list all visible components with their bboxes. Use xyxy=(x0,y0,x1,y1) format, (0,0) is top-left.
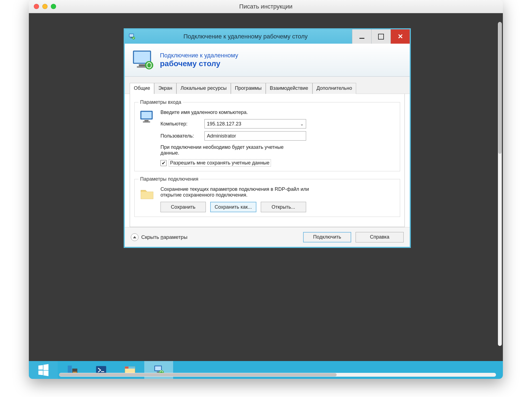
connection-settings-group: Параметры подключения Сохранение текущих… xyxy=(134,176,400,217)
login-intro-text: Введите имя удаленного компьютера. xyxy=(160,110,396,115)
rdp-header-banner: Подключение к удаленному рабочему столу xyxy=(125,44,410,77)
rdp-header-line1: Подключение к удаленному xyxy=(160,52,238,59)
save-as-button[interactable]: Сохранить как... xyxy=(210,202,256,212)
rdp-header-line2: рабочему столу xyxy=(160,59,238,68)
mac-titlebar[interactable]: Писать инструкции xyxy=(29,0,503,13)
svg-rect-1 xyxy=(129,34,133,37)
save-button[interactable]: Сохранить xyxy=(160,202,206,212)
user-value: Administrator xyxy=(207,133,236,139)
credentials-note: При подключении необходимо будет указать… xyxy=(160,144,303,156)
mac-vertical-scrollbar[interactable] xyxy=(498,22,502,346)
chevron-down-icon: ⌄ xyxy=(300,121,304,127)
help-button[interactable]: Справка xyxy=(356,232,404,242)
mac-close-button[interactable] xyxy=(34,4,39,9)
computer-value: 195.128.127.23 xyxy=(207,121,241,127)
save-credentials-checkbox[interactable]: ✔ xyxy=(160,160,167,166)
login-group-title: Параметры входа xyxy=(138,99,183,105)
tab-experience[interactable]: Взаимодействие xyxy=(266,83,312,94)
rdp-titlebar[interactable]: Подключение к удаленному рабочему столу … xyxy=(125,29,410,44)
rdp-connection-window: Подключение к удаленному рабочему столу … xyxy=(124,28,411,248)
monitor-icon xyxy=(131,49,156,71)
tab-programs[interactable]: Программы xyxy=(231,83,266,94)
hide-parameters-link[interactable]: Скрыть параметры xyxy=(131,233,187,241)
svg-rect-5 xyxy=(134,51,150,63)
minimize-button[interactable] xyxy=(352,29,371,44)
folder-icon xyxy=(138,185,156,212)
tab-local-resources[interactable]: Локальные ресурсы xyxy=(176,83,231,94)
collapse-arrow-icon xyxy=(131,233,138,241)
rdp-window-title: Подключение к удаленному рабочему столу xyxy=(139,33,352,40)
tab-advanced[interactable]: Дополнительно xyxy=(312,83,356,94)
svg-rect-12 xyxy=(143,121,150,123)
user-input[interactable]: Administrator xyxy=(204,131,306,141)
mac-traffic-lights xyxy=(34,0,56,13)
user-label: Пользователь: xyxy=(160,133,204,139)
svg-rect-6 xyxy=(139,64,145,66)
open-button[interactable]: Открыть... xyxy=(261,202,306,212)
tab-panel-general: Параметры входа xyxy=(130,94,405,227)
mac-horizontal-scrollbar[interactable] xyxy=(59,373,496,377)
maximize-button[interactable] xyxy=(371,29,390,44)
svg-rect-2 xyxy=(131,38,132,38)
save-credentials-label[interactable]: Разрешить мне сохранять учетные данные xyxy=(169,159,271,167)
connect-button[interactable]: Подключить xyxy=(303,232,351,242)
login-settings-group: Параметры входа xyxy=(134,99,400,171)
scrollbar-thumb[interactable] xyxy=(498,22,501,154)
rdp-app-icon xyxy=(125,33,139,40)
rdp-tabs: Общие Экран Локальные ресурсы Программы … xyxy=(125,77,410,94)
svg-rect-21 xyxy=(155,366,161,370)
scrollbar-thumb[interactable] xyxy=(59,373,337,376)
computer-label: Компьютер: xyxy=(160,121,204,127)
rdp-footer: Скрыть параметры Подключить Справка xyxy=(125,227,410,247)
svg-rect-19 xyxy=(125,367,128,368)
connection-intro-text: Сохранение текущих параметров подключени… xyxy=(160,186,314,198)
computer-icon xyxy=(138,108,156,167)
mac-window-title: Писать инструкции xyxy=(239,3,293,10)
start-button[interactable] xyxy=(29,361,58,379)
mac-window-frame: Писать инструкции Подключение к xyxy=(29,0,503,379)
remote-desktop-area: Подключение к удаленному рабочему столу … xyxy=(29,13,503,361)
connection-group-title: Параметры подключения xyxy=(138,176,200,182)
tab-general[interactable]: Общие xyxy=(130,83,154,94)
close-button[interactable]: ✕ xyxy=(390,29,410,44)
mac-minimize-button[interactable] xyxy=(42,4,48,9)
computer-combobox[interactable]: 195.128.127.23 ⌄ xyxy=(204,119,306,128)
svg-rect-10 xyxy=(141,112,151,118)
tab-display[interactable]: Экран xyxy=(154,83,176,94)
mac-zoom-button[interactable] xyxy=(51,4,56,9)
svg-rect-11 xyxy=(145,120,149,121)
